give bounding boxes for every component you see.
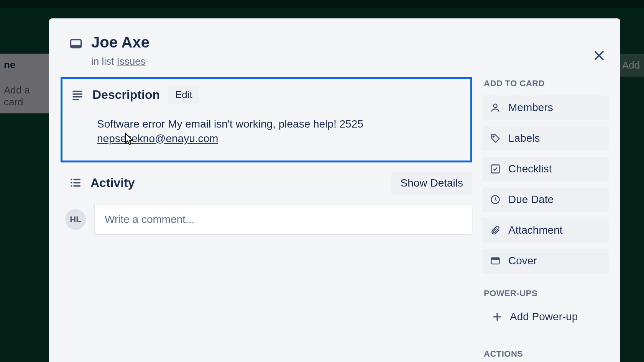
cover-label: Cover (508, 255, 537, 267)
add-powerup-label: Add Power-up (510, 311, 578, 323)
card-title[interactable]: Joe Axe (91, 34, 150, 51)
cover-button[interactable]: Cover (482, 249, 609, 273)
svg-rect-12 (71, 185, 72, 187)
description-text[interactable]: Software error My email isn't working, p… (97, 117, 462, 146)
add-powerup-button[interactable]: Add Power-up (482, 305, 609, 328)
avatar[interactable]: HL (65, 209, 86, 230)
activity-icon (69, 177, 82, 190)
checklist-button[interactable]: Checklist (482, 157, 609, 181)
description-section: Description Edit Software error My email… (61, 77, 472, 162)
svg-rect-5 (72, 93, 82, 95)
labels-label: Labels (508, 132, 540, 144)
svg-point-15 (493, 136, 495, 138)
plus-icon (491, 311, 503, 323)
close-icon (593, 49, 606, 62)
description-heading: Description (92, 88, 160, 102)
description-icon (71, 88, 84, 102)
members-button[interactable]: Members (482, 95, 609, 120)
edit-description-button[interactable]: Edit (168, 86, 199, 104)
svg-rect-6 (72, 96, 82, 97)
add-to-card-heading: ADD TO CARD (484, 79, 609, 88)
close-button[interactable] (590, 46, 609, 65)
svg-rect-7 (72, 98, 79, 100)
svg-rect-11 (73, 182, 80, 183)
svg-rect-10 (71, 182, 72, 183)
labels-button[interactable]: Labels (482, 126, 609, 151)
attachment-icon (490, 225, 501, 236)
in-list-prefix: in list (91, 56, 117, 67)
cover-icon (490, 256, 501, 266)
svg-rect-8 (71, 179, 72, 180)
checklist-icon (490, 164, 501, 174)
card-list-info: in list Issues (91, 56, 150, 67)
attachment-label: Attachment (508, 224, 563, 236)
checklist-label: Checklist (508, 163, 552, 175)
comment-input[interactable] (94, 205, 472, 234)
labels-icon (490, 133, 501, 144)
main-column: Description Edit Software error My email… (61, 77, 472, 362)
svg-rect-3 (71, 45, 81, 48)
activity-heading: Activity (90, 176, 383, 190)
actions-heading: ACTIONS (484, 349, 609, 359)
list-link[interactable]: Issues (117, 56, 145, 67)
svg-rect-4 (72, 90, 82, 92)
due-date-button[interactable]: Due Date (482, 187, 609, 212)
description-text-body: Software error My email isn't working, p… (97, 118, 363, 130)
due-date-label: Due Date (508, 193, 554, 206)
members-label: Members (508, 102, 553, 114)
attachment-button[interactable]: Attachment (482, 218, 609, 242)
card-modal: Joe Axe in list Issues Description Edit … (49, 18, 620, 362)
show-details-button[interactable]: Show Details (391, 172, 472, 195)
svg-point-14 (493, 104, 497, 108)
svg-rect-13 (73, 185, 80, 187)
svg-rect-9 (73, 179, 80, 180)
powerups-heading: POWER-UPS (484, 288, 609, 298)
description-email-link[interactable]: nepsezekno@enayu.com (97, 133, 218, 144)
members-icon (490, 102, 501, 113)
svg-rect-19 (491, 258, 499, 260)
card-icon (69, 34, 83, 51)
clock-icon (490, 194, 501, 205)
svg-rect-16 (491, 165, 499, 173)
sidebar-column: ADD TO CARD Members Labels Checklist (482, 77, 609, 362)
